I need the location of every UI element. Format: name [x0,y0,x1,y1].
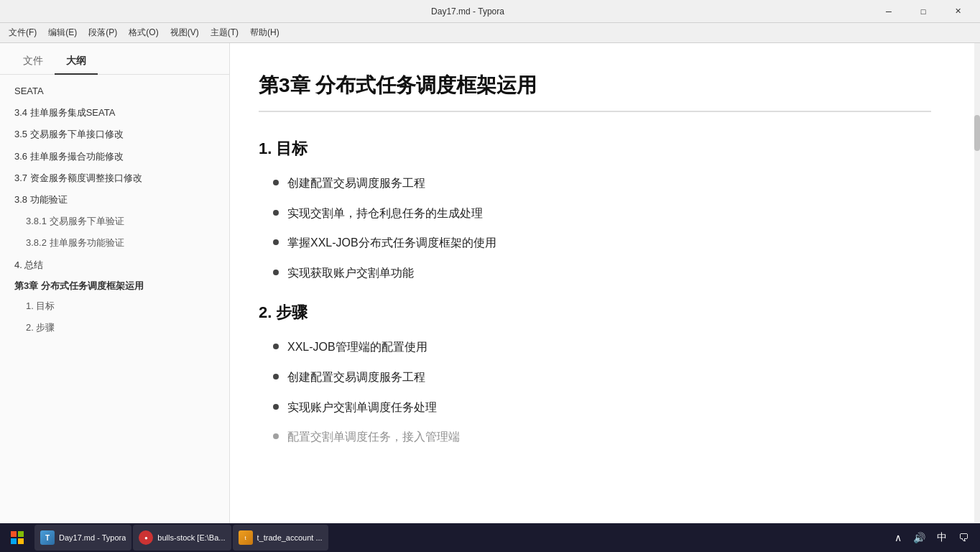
bullet-text-2-4: 配置交割单调度任务，接入管理端 [287,428,460,446]
system-tray-expand[interactable]: ∧ [892,530,905,545]
taskbar-app-bulls[interactable]: ● bulls-stock [E:\Ba... [133,525,231,551]
outline-item-seata[interactable]: SEATA [0,80,229,102]
svg-rect-0 [11,531,17,537]
maximize-button[interactable]: □ [907,0,940,23]
bullet-1-2: 实现交割单，持仓利息任务的生成处理 [273,204,931,223]
typora-icon: T [40,530,55,545]
notification-icon[interactable]: 🗨 [956,530,971,545]
section1-bullets: 创建配置交易调度服务工程 实现交割单，持仓利息任务的生成处理 掌握XXL-JOB… [273,174,931,282]
bullet-2-4: 配置交割单调度任务，接入管理端 [273,428,931,446]
chapter-title: 第3章 分布式任务调度框架运用 [259,72,931,112]
bullet-dot-4 [273,270,279,275]
menu-bar: 文件(F) 编辑(E) 段落(P) 格式(O) 视图(V) 主题(T) 帮助(H… [0,23,980,43]
main-scrollbar[interactable] [974,43,980,523]
taskbar-app-trade[interactable]: t t_trade_account ... [233,525,328,551]
volume-icon[interactable]: 🔊 [910,530,928,545]
outline-item-3-7[interactable]: 3.7 资金服务额度调整接口修改 [0,167,229,189]
bullet-dot-1 [273,180,279,185]
outline-item-3-4[interactable]: 3.4 挂单服务集成SEATA [0,102,229,124]
taskbar-app-bulls-label: bulls-stock [E:\Ba... [157,533,225,542]
svg-rect-1 [18,531,24,537]
app-body: 文件 大纲 SEATA 3.4 挂单服务集成SEATA 3.5 交易服务下单接口… [0,43,980,523]
bullet-text-1-3: 掌握XXL-JOB分布式任务调度框架的使用 [287,234,496,252]
bullet-dot-7 [273,404,279,410]
menu-theme[interactable]: 主题(T) [205,24,244,42]
bullet-text-1-1: 创建配置交易调度服务工程 [287,174,425,193]
outline-item-ch3[interactable]: 第3章 分布式任务调度框架运用 [0,276,229,295]
bullet-dot-6 [273,374,279,380]
sidebar-content[interactable]: SEATA 3.4 挂单服务集成SEATA 3.5 交易服务下单接口修改 3.6… [0,75,229,523]
taskbar-app-typora[interactable]: T Day17.md - Typora [34,525,131,551]
outline-item-3-8-1[interactable]: 3.8.1 交易服务下单验证 [0,211,229,232]
bullet-dot-8 [273,433,279,439]
outline-item-3-5[interactable]: 3.5 交易服务下单接口修改 [0,124,229,145]
sidebar-tab-outline[interactable]: 大纲 [55,49,98,75]
menu-paragraph[interactable]: 段落(P) [83,24,123,42]
taskbar-right: ∧ 🔊 中 🗨 [892,530,977,546]
bullet-2-3: 实现账户交割单调度任务处理 [273,398,931,417]
taskbar-apps: T Day17.md - Typora ● bulls-stock [E:\Ba… [34,525,328,551]
ime-icon[interactable]: 中 [934,530,950,546]
outline-item-4[interactable]: 4. 总结 [0,254,229,276]
bullet-1-4: 实现获取账户交割单功能 [273,264,931,282]
trade-icon: t [239,530,253,545]
scrollbar-thumb[interactable] [974,115,980,151]
menu-view[interactable]: 视图(V) [165,24,205,42]
sidebar-tab-files[interactable]: 文件 [11,49,55,75]
windows-logo-icon [11,531,24,544]
sidebar: 文件 大纲 SEATA 3.4 挂单服务集成SEATA 3.5 交易服务下单接口… [0,43,230,523]
menu-format[interactable]: 格式(O) [123,24,164,42]
svg-rect-3 [18,538,24,544]
bulls-icon: ● [139,530,153,545]
outline-item-1-target[interactable]: 1. 目标 [0,295,229,317]
window-controls: ─ □ ✕ [872,0,974,23]
start-button[interactable] [3,525,32,551]
bullet-2-1: XXL-JOB管理端的配置使用 [273,338,931,356]
outline-item-3-6[interactable]: 3.6 挂单服务撮合功能修改 [0,146,229,167]
minimize-button[interactable]: ─ [872,0,905,23]
section2-bullets: XXL-JOB管理端的配置使用 创建配置交易调度服务工程 实现账户交割单调度任务… [273,338,931,446]
bullet-dot-5 [273,344,279,349]
main-content[interactable]: 第3章 分布式任务调度框架运用 1. 目标 创建配置交易调度服务工程 实现交割单… [230,43,974,523]
outline-item-2-steps[interactable]: 2. 步骤 [0,317,229,339]
taskbar: T Day17.md - Typora ● bulls-stock [E:\Ba… [0,523,980,552]
taskbar-app-typora-label: Day17.md - Typora [59,533,126,542]
bullet-text-2-3: 实现账户交割单调度任务处理 [287,398,437,417]
bullet-text-2-1: XXL-JOB管理端的配置使用 [287,338,427,356]
section1-title: 1. 目标 [259,138,931,160]
menu-file[interactable]: 文件(F) [3,24,42,42]
bullet-1-1: 创建配置交易调度服务工程 [273,174,931,193]
close-button[interactable]: ✕ [941,0,974,23]
bullet-1-3: 掌握XXL-JOB分布式任务调度框架的使用 [273,234,931,252]
section2-title: 2. 步骤 [259,302,931,323]
taskbar-app-trade-label: t_trade_account ... [257,533,323,542]
window-title: Day17.md - Typora [63,6,872,17]
bullet-text-1-2: 实现交割单，持仓利息任务的生成处理 [287,204,483,223]
title-bar: Day17.md - Typora ─ □ ✕ [0,0,980,23]
bullet-2-2: 创建配置交易调度服务工程 [273,368,931,387]
bullet-text-1-4: 实现获取账户交割单功能 [287,264,414,282]
outline-item-3-8[interactable]: 3.8 功能验证 [0,189,229,211]
bullet-dot-3 [273,239,279,245]
menu-edit[interactable]: 编辑(E) [42,24,83,42]
menu-help[interactable]: 帮助(H) [244,24,285,42]
svg-rect-2 [11,538,17,544]
bullet-text-2-2: 创建配置交易调度服务工程 [287,368,425,387]
outline-item-3-8-2[interactable]: 3.8.2 挂单服务功能验证 [0,232,229,254]
bullet-dot-2 [273,210,279,216]
sidebar-tabs: 文件 大纲 [0,43,229,75]
